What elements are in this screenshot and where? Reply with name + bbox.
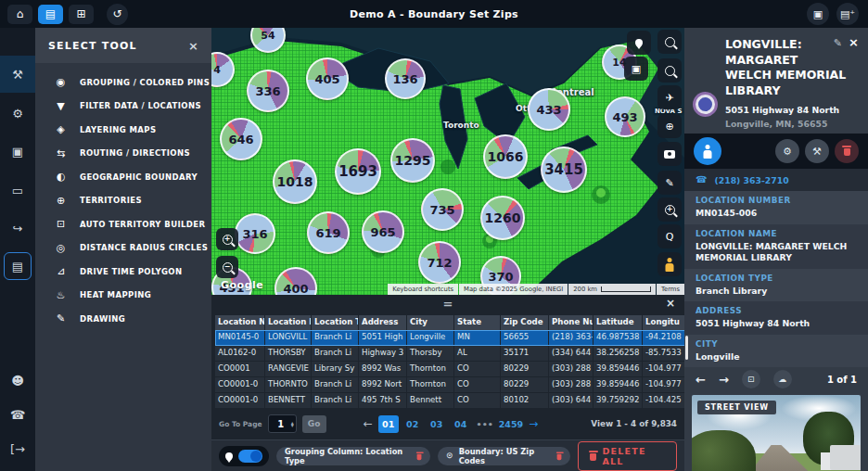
map-cluster-1066[interactable]: 1066 bbox=[483, 134, 528, 179]
tool-item-layering-maps[interactable]: ◈LAYERING MAPS bbox=[35, 118, 211, 142]
expand-button[interactable]: ⊡ bbox=[742, 370, 760, 388]
go-button[interactable]: Go bbox=[302, 415, 326, 433]
pins-visibility-toggle[interactable] bbox=[219, 446, 269, 466]
goto-page-spinner[interactable]: ▴ ▾ bbox=[291, 421, 294, 427]
table-row[interactable]: MN0145-0LONGVILLBranch Li5051 HighLongvi… bbox=[215, 330, 686, 346]
tool-item-territories[interactable]: ⊕TERRITORIES bbox=[35, 189, 211, 213]
column-header[interactable]: Latitude bbox=[594, 315, 643, 330]
page-link-04[interactable]: 04 bbox=[451, 415, 471, 433]
street-view-button[interactable] bbox=[694, 137, 721, 165]
rail-data-box-button[interactable]: ▤ bbox=[4, 252, 32, 280]
terms-link[interactable]: Terms bbox=[657, 284, 684, 295]
add-note-button[interactable]: ▣ bbox=[624, 57, 648, 81]
delete-location-button[interactable] bbox=[835, 139, 859, 163]
zoom-in-button[interactable]: + bbox=[216, 228, 238, 250]
zoom-out-button[interactable]: − bbox=[216, 256, 238, 278]
tool-item-distance-radius-circles[interactable]: ◎DISTANCE RADIUS CIRCLES bbox=[35, 236, 211, 261]
key-button[interactable] bbox=[657, 30, 682, 54]
map-cluster-433[interactable]: 433 bbox=[528, 88, 570, 131]
map-cluster-1018[interactable]: 1018 bbox=[273, 159, 317, 204]
next-location-arrow[interactable]: → bbox=[719, 373, 729, 387]
locate-button[interactable]: ⊕ bbox=[657, 114, 682, 138]
map-canvas[interactable]: MontrealOttawaTorontoNOVA S 544405136336… bbox=[211, 28, 684, 295]
map-cluster-493[interactable]: 493 bbox=[605, 96, 645, 137]
lasso-button[interactable]: Q bbox=[657, 224, 682, 248]
table-row[interactable]: AL0162-0THORSBYBranch LiHighway 3Thorsby… bbox=[215, 346, 686, 362]
upload-button[interactable]: ☁ bbox=[773, 370, 792, 388]
tool-item-heat-mapping[interactable]: ♨HEAT MAPPING bbox=[35, 284, 211, 308]
rail-support-button[interactable]: ☎ bbox=[0, 396, 35, 433]
page-link-03[interactable]: 03 bbox=[427, 415, 447, 433]
street-view-thumbnail[interactable]: STREET VIEW Google Map Data Terms Report… bbox=[692, 395, 861, 471]
satellite-button[interactable]: ✈ bbox=[657, 85, 682, 109]
setting-pill[interactable]: ⊙Boundary: US Zip Codes bbox=[438, 447, 570, 465]
detail-close-icon[interactable]: × bbox=[849, 35, 859, 49]
table-row[interactable]: CO0001-0THORNTOBranch Li8992 NortThornto… bbox=[215, 377, 686, 393]
tool-item-geographic-boundary[interactable]: ◐GEOGRAPHIC BOUNDARY bbox=[35, 165, 211, 189]
toggle-switch[interactable] bbox=[238, 450, 262, 463]
column-header[interactable]: Phone Nu bbox=[549, 315, 594, 330]
next-page-arrow[interactable]: → bbox=[529, 417, 538, 430]
tool-item-filter-data-locations[interactable]: ▼FILTER DATA / LOCATIONS bbox=[35, 95, 211, 119]
add-pin-button[interactable] bbox=[627, 31, 651, 55]
setting-pill[interactable]: Grouping Column: Location Type bbox=[276, 447, 430, 465]
column-header[interactable]: Zip Code bbox=[501, 315, 549, 330]
home-button[interactable]: ⌂ bbox=[7, 5, 32, 24]
map-cluster-316[interactable]: 316 bbox=[235, 213, 275, 254]
prev-location-arrow[interactable]: ← bbox=[696, 373, 706, 387]
phone-number[interactable]: (218) 363-2710 bbox=[714, 175, 788, 185]
screenshots-button[interactable]: ▣ bbox=[807, 3, 829, 25]
rail-share-button[interactable]: ↪ bbox=[0, 210, 35, 247]
edit-button[interactable]: ✎ bbox=[657, 171, 682, 195]
map-cluster-1693[interactable]: 1693 bbox=[335, 148, 381, 195]
rail-account-settings-button[interactable]: ☻ bbox=[0, 362, 35, 399]
prev-page-arrow[interactable]: ← bbox=[364, 417, 373, 430]
map-cluster-336[interactable]: 336 bbox=[247, 70, 289, 112]
column-header[interactable]: Location T bbox=[312, 315, 359, 330]
column-header[interactable]: State bbox=[454, 315, 501, 330]
tool-item-drive-time-polygon[interactable]: ⊿DRIVE TIME POLYGON bbox=[35, 260, 211, 284]
table-row[interactable]: CO0001RANGEVIELibrary Sy8992 WasThornton… bbox=[215, 362, 686, 377]
column-header[interactable]: Address bbox=[359, 315, 407, 330]
map-cluster-965[interactable]: 965 bbox=[362, 210, 404, 253]
phone-row[interactable]: ☎ (218) 363-2710 bbox=[684, 169, 868, 191]
table-row[interactable]: CO0001-0BENNETTBranch Li495 7th SBennett… bbox=[215, 393, 686, 409]
goto-page-input[interactable] bbox=[271, 418, 291, 430]
edit-pencil-icon[interactable]: ✎ bbox=[834, 37, 842, 49]
tool-item-drawing[interactable]: ✎DRAWING bbox=[35, 307, 211, 331]
tool-panel-close-icon[interactable]: × bbox=[188, 39, 198, 53]
map-cluster-712[interactable]: 712 bbox=[418, 241, 461, 284]
column-header[interactable]: Location N bbox=[265, 315, 312, 330]
tool-item-auto-territory-builder[interactable]: ⊡AUTO TERRITORY BUILDER bbox=[35, 212, 211, 236]
map-cluster-136[interactable]: 136 bbox=[385, 58, 426, 99]
column-header[interactable]: Location N bbox=[215, 315, 265, 330]
tool-item-routing-directions[interactable]: ⇆ROUTING / DIRECTIONS bbox=[35, 142, 211, 166]
drag-handle[interactable]: = bbox=[443, 297, 453, 311]
data-view-button[interactable]: ⊞ bbox=[69, 5, 94, 24]
location-tools-button[interactable]: ⚒ bbox=[805, 139, 829, 163]
new-map-button[interactable]: ▤⁺ bbox=[836, 3, 859, 25]
map-cluster-646[interactable]: 646 bbox=[220, 118, 262, 160]
search-button[interactable] bbox=[657, 58, 682, 83]
rail-present-button[interactable]: ▭ bbox=[0, 172, 35, 209]
undo-button[interactable]: ↺ bbox=[107, 4, 128, 25]
page-link-last[interactable]: 2459 bbox=[499, 415, 523, 433]
pegman-button[interactable] bbox=[657, 252, 682, 276]
column-header[interactable]: City bbox=[407, 315, 454, 330]
column-header[interactable]: Longitu bbox=[643, 315, 686, 330]
map-cluster-1295[interactable]: 1295 bbox=[390, 138, 435, 183]
delete-all-button[interactable]: DELETE ALL bbox=[578, 441, 677, 471]
location-settings-button[interactable]: ⚙ bbox=[775, 139, 799, 163]
rail-tools-button[interactable]: ⚒ bbox=[0, 56, 35, 93]
map-view-button[interactable]: ▤ bbox=[38, 5, 63, 24]
zoom-search-button[interactable]: + bbox=[657, 197, 682, 222]
camera-button[interactable] bbox=[657, 142, 682, 166]
keyboard-shortcuts-link[interactable]: Keyboard shortcuts bbox=[388, 284, 458, 295]
rail-save-button[interactable]: ▣ bbox=[0, 133, 35, 170]
spinner-down-icon[interactable]: ▾ bbox=[291, 424, 294, 426]
panel-scrollbar[interactable] bbox=[685, 336, 688, 360]
page-link-02[interactable]: 02 bbox=[402, 415, 423, 433]
rail-settings-button[interactable]: ⚙ bbox=[0, 95, 35, 132]
table-close-icon[interactable]: × bbox=[666, 297, 675, 310]
rail-logout-button[interactable]: [→ bbox=[0, 430, 35, 467]
